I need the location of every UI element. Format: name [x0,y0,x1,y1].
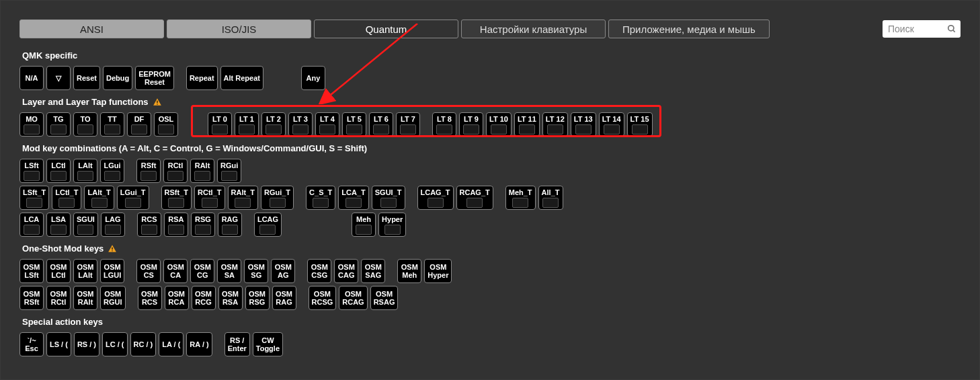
key-osm-meh[interactable]: OSM Meh [397,259,421,283]
key-rcs[interactable]: RCS [137,213,161,237]
key-eeprom-reset[interactable]: EEPROM Reset [135,66,174,90]
key-lgui[interactable]: LGui [100,159,124,183]
key-rag[interactable]: RAG [218,213,242,237]
tab-app-media-mouse[interactable]: Приложение, медиа и мышь [608,20,770,38]
key-osm-csg[interactable]: OSM CSG [307,259,331,283]
key--[interactable]: ▽ [46,66,71,90]
key-c-s-t[interactable]: C_S_T [306,186,335,210]
key-osm-rsa[interactable]: OSM RSA [218,286,243,310]
key-osm-ca[interactable]: OSM CA [163,259,188,283]
key-lalt-t[interactable]: LAlt_T [84,186,114,210]
key-lcag-t[interactable]: LCAG_T [417,186,454,210]
key-lalt[interactable]: LAlt [73,159,97,183]
key-lt-2[interactable]: LT 2 [261,112,286,137]
key-lgui-t[interactable]: LGui_T [117,186,149,210]
key-lt-15[interactable]: LT 15 [627,112,653,137]
key-lctl-t[interactable]: LCtl_T [52,186,81,210]
key-reset[interactable]: Reset [73,66,100,90]
key-osm-sa[interactable]: OSM SA [217,259,241,283]
key-sgui[interactable]: SGUI [73,213,98,237]
key-rctl-t[interactable]: RCtl_T [194,186,224,210]
key-osm-sag[interactable]: OSM SAG [361,259,385,283]
key-lcag[interactable]: LCAG [254,213,282,237]
key-lt-0[interactable]: LT 0 [208,112,232,137]
key-osm-rcsg[interactable]: OSM RCSG [309,286,337,310]
search-input[interactable] [883,20,961,38]
key-osm-ag[interactable]: OSM AG [271,259,295,283]
key-hyper[interactable]: Hyper [378,213,406,237]
key-osm-hyper[interactable]: OSM Hyper [424,259,452,283]
key-rs-[interactable]: RS / ) [74,332,99,356]
key-osm-rca[interactable]: OSM RCA [165,286,189,310]
key-osm-rsag[interactable]: OSM RSAG [370,286,399,310]
key-osm-ralt[interactable]: OSM RAlt [73,286,97,310]
key-any[interactable]: Any [301,66,325,90]
key-ralt-t[interactable]: RAlt_T [228,186,258,210]
key-all-t[interactable]: All_T [538,186,563,210]
key-la-[interactable]: LA / ( [159,332,183,356]
key-osm-lsft[interactable]: OSM LSft [19,259,44,283]
key-rsa[interactable]: RSA [164,213,188,237]
key-lt-11[interactable]: LT 11 [514,112,540,137]
key-osm-rgui[interactable]: OSM RGUI [100,286,126,310]
key-osm-rcag[interactable]: OSM RCAG [339,286,367,310]
key-osm-rag[interactable]: OSM RAG [272,286,296,310]
key-rgui[interactable]: RGui [217,159,241,183]
key-ra-[interactable]: RA / ) [186,332,212,356]
key-osm-rcg[interactable]: OSM RCG [192,286,216,310]
key-osm-rctl[interactable]: OSM RCtl [46,286,71,310]
key-rsg[interactable]: RSG [191,213,215,237]
key-rctl[interactable]: RCtl [163,159,188,183]
key-lctl[interactable]: LCtl [46,159,71,183]
key-lt-9[interactable]: LT 9 [459,112,483,137]
tab-quantum[interactable]: Quantum [314,20,458,38]
key-lt-10[interactable]: LT 10 [486,112,512,137]
tab-keyboard-settings[interactable]: Настройки клавиатуры [461,20,606,38]
key-lt-13[interactable]: LT 13 [571,112,596,137]
key-tt[interactable]: TT [100,112,124,137]
key-df[interactable]: DF [127,112,151,137]
key-rsft-t[interactable]: RSft_T [161,186,192,210]
key-lt-5[interactable]: LT 5 [342,112,366,137]
key-lt-3[interactable]: LT 3 [288,112,313,137]
key-lt-4[interactable]: LT 4 [315,112,339,137]
key-lc-[interactable]: LC / ( [102,332,128,356]
key-lt-7[interactable]: LT 7 [396,112,420,137]
key--esc[interactable]: `/~ Esc [19,332,44,356]
key-lsa[interactable]: LSA [46,213,71,237]
key-osm-rsft[interactable]: OSM RSft [19,286,44,310]
key-osm-cs[interactable]: OSM CS [136,259,161,283]
key-lca-t[interactable]: LCA_T [338,186,368,210]
key-rgui-t[interactable]: RGui_T [261,186,294,210]
key-alt-repeat[interactable]: Alt Repeat [220,66,263,90]
key-osm-rcs[interactable]: OSM RCS [138,286,162,310]
key-meh[interactable]: Meh [352,213,376,237]
key-lsft[interactable]: LSft [19,159,44,183]
key-lca[interactable]: LCA [19,213,44,237]
key-sgui-t[interactable]: SGUI_T [372,186,405,210]
key-ralt[interactable]: RAlt [190,159,214,183]
key-osm-lctl[interactable]: OSM LCtl [46,259,71,283]
key-lt-12[interactable]: LT 12 [542,112,568,137]
key-lt-14[interactable]: LT 14 [599,112,624,137]
key-meh-t[interactable]: Meh_T [505,186,536,210]
key-osm-sg[interactable]: OSM SG [244,259,268,283]
key-lag[interactable]: LAG [101,213,125,237]
key-rcag-t[interactable]: RCAG_T [456,186,493,210]
key-osm-rsg[interactable]: OSM RSG [245,286,270,310]
key-rsft[interactable]: RSft [136,159,161,183]
key-lsft-t[interactable]: LSft_T [19,186,49,210]
key-lt-6[interactable]: LT 6 [369,112,393,137]
key-n-a[interactable]: N/A [19,66,44,90]
key-rs-enter[interactable]: RS / Enter [224,332,250,356]
key-repeat[interactable]: Repeat [186,66,218,90]
key-lt-8[interactable]: LT 8 [432,112,456,137]
key-osm-lgui[interactable]: OSM LGUI [100,259,124,283]
tab-iso-jis[interactable]: ISO/JIS [167,20,311,38]
key-tg[interactable]: TG [46,112,71,137]
key-to[interactable]: TO [73,112,97,137]
key-mo[interactable]: MO [19,112,44,137]
key-osm-lalt[interactable]: OSM LAlt [73,259,97,283]
key-debug[interactable]: Debug [103,66,132,90]
key-rc-[interactable]: RC / ) [130,332,157,356]
